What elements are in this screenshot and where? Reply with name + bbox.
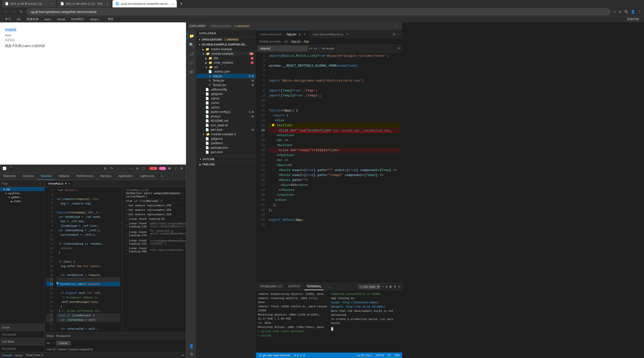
tree-eslintrc[interactable]: 📄 .eslintrc.json [196, 69, 256, 74]
terminal-selector[interactable]: 1: zsh, node [358, 284, 380, 289]
source-control-icon[interactable]: ⎇ [188, 50, 196, 58]
tab-console[interactable]: Console [19, 172, 37, 180]
github-icon[interactable]: ⊙ [619, 10, 622, 14]
close-terminal-button[interactable]: ✕ [398, 285, 400, 288]
more-tabs[interactable]: » [158, 172, 166, 180]
errors-status[interactable]: ✕ 0 ⚠ 0 [294, 354, 305, 357]
console-tab-bottom[interactable]: Console [2, 354, 12, 357]
language-status[interactable]: JSX [395, 354, 400, 357]
output-tab[interactable]: OUTPUT [286, 283, 302, 290]
tab-network[interactable]: Network [55, 172, 73, 180]
tree-garfish[interactable]: garfish-… [0, 195, 44, 199]
inspect-element-button[interactable]: ⬜ [2, 166, 7, 171]
tree-packagejson[interactable]: 📄 package.json [196, 145, 256, 150]
tab-performance[interactable]: Performance [73, 172, 97, 180]
tree-npmrc[interactable]: 📄 .npmrc [196, 96, 256, 101]
tree-node-modules[interactable]: 📁 node_modules ! [196, 60, 256, 65]
tab-profiling-close[interactable]: ✕ [346, 33, 348, 36]
tab-memory[interactable]: Memory [97, 172, 115, 180]
tree-gitignore2[interactable]: 📄 .gitignore [196, 136, 256, 141]
tree-scmbuild[interactable]: 📄 scm_build.sh [196, 123, 256, 127]
terminal-tab[interactable]: TERMINAL [304, 283, 324, 290]
bookmark-learn[interactable]: learn [42, 17, 53, 22]
new-terminal-button[interactable]: + [382, 285, 384, 288]
use-regex-icon[interactable]: .* [318, 47, 320, 50]
tree-proxyjs[interactable]: 📄 proxy.js M [196, 114, 256, 119]
tree-module-example[interactable]: 📁 module-example M [196, 52, 256, 56]
issues-tab-bottom[interactable]: Issues [15, 354, 23, 357]
bookmark-imgdet[interactable]: 图像检测 [24, 17, 40, 22]
more-options-button[interactable]: ⋮ [173, 166, 178, 171]
tree-master-example[interactable]: 📁 master-example [196, 47, 256, 52]
breadcrumb-src[interactable]: src [284, 40, 288, 43]
bookmark-star[interactable]: ☆ [613, 10, 616, 14]
close-console-bottom[interactable]: ✕ [182, 353, 184, 357]
cancel-button[interactable]: Cancel [56, 341, 71, 345]
step-into-button[interactable]: ↓ [116, 166, 120, 171]
breakpoints-button[interactable]: ⬡ [141, 166, 146, 171]
match-case-icon[interactable]: Aa [309, 47, 312, 50]
forward-button[interactable]: → [11, 9, 16, 15]
tab-close-icon[interactable]: ✕ [304, 33, 306, 36]
source-tab-nav[interactable]: » [68, 182, 70, 185]
open-editors-section[interactable]: OPEN EDITORS 1 UNSAVED [196, 37, 256, 42]
search-bar-close[interactable]: ✕ [398, 47, 400, 50]
back-button[interactable]: ← [3, 9, 8, 15]
tree-jupiterconfig[interactable]: 📄 jupiter.config.js 5, M [196, 110, 256, 114]
vscode-search-input[interactable] [258, 46, 308, 51]
split-terminal-button[interactable]: ⊟ [385, 285, 388, 288]
bookmark-study[interactable]: 考研 [106, 17, 116, 22]
tab-lighthouse[interactable]: Lighthouse [136, 172, 158, 180]
new-tab-button[interactable]: + [178, 0, 185, 7]
breadcrumb-module-example[interactable]: module-example [259, 40, 281, 43]
close-devtools-button[interactable]: ✕ [179, 166, 184, 171]
step-button[interactable]: → [128, 166, 133, 171]
step-out-button[interactable]: ↑ [122, 166, 127, 171]
tree-yarnlock1[interactable]: 📄 yarn.lock M [196, 127, 256, 132]
deactivate-breakpoints-button[interactable]: ⊘ [135, 166, 140, 171]
project-section[interactable]: UG-NEW-EXAMPLE-GARFISH-DE… [196, 42, 256, 47]
whatsnew-tab-bottom[interactable]: What's New ✕ [26, 353, 43, 357]
split-editor-icon[interactable]: ⊟ [393, 32, 396, 36]
git-branch-status[interactable]: ⎇ git code react-devtools [258, 354, 290, 357]
more-editor-actions[interactable]: ⋯ [397, 32, 400, 36]
tree-dist[interactable]: 📁 dist ! [196, 56, 256, 60]
module-link[interactable]: module [5, 27, 16, 31]
breadcrumb-app-fn[interactable]: App [304, 40, 309, 43]
match-word-icon[interactable]: ab [314, 47, 317, 50]
tab-sources[interactable]: Sources [37, 172, 55, 180]
bookmark-other[interactable]: 其他书签 [625, 17, 641, 22]
problems-tab[interactable]: PROBLEMS 117 [258, 283, 284, 290]
tree-editorconfig[interactable]: 📄 .editorconfig [196, 87, 256, 92]
profile-icon[interactable]: 👤 [631, 10, 635, 14]
tab-3[interactable]: 🌐 ug.gf-boe.bytedance.net/garfish-demo/m… [112, 0, 177, 8]
kill-terminal-button[interactable]: 🗑 [389, 285, 392, 288]
search-icon[interactable]: 🔍 [188, 41, 196, 49]
vscode-tab-profiling[interactable]: react-dom.profiling.min.js ✕ [309, 30, 352, 39]
reload-button[interactable]: ↻ [19, 9, 24, 15]
outline-header[interactable]: OUTLINE [196, 157, 256, 161]
tree-nvmrc[interactable]: 📄 .nvmrc [196, 101, 256, 105]
tree-tempjsx[interactable]: ⚛ Temp.jsx M [196, 78, 256, 83]
tree-mode[interactable]: mode… [0, 199, 44, 203]
vscode-tab-appjsx[interactable]: module-example/src › App.jsx ● ✕ [256, 30, 309, 39]
bookmark-deep[interactable]: deep-i… [88, 17, 103, 22]
tree-readme[interactable]: 📄 README.md [196, 119, 256, 123]
eol-status[interactable]: LF [388, 354, 391, 357]
tab-1[interactable]: 📄 2021.11.08 周 onCall 汇总 - 飞… ✕ [2, 0, 56, 8]
vscode-more-options[interactable]: ⋮ [394, 24, 398, 28]
line-col-status[interactable]: Ln 16, Col 1 [357, 354, 372, 357]
tree-yarnrc[interactable]: 📄 .yarnrc [196, 105, 256, 110]
tab-elements[interactable]: Elements [0, 172, 19, 180]
tab-2-close[interactable]: ✕ [106, 3, 108, 5]
tab-application[interactable]: Application [115, 172, 136, 180]
menu-button[interactable]: ⋮ [638, 10, 641, 14]
tree-top[interactable]: top [0, 187, 44, 191]
device-toolbar-button[interactable]: 📱 [8, 166, 14, 171]
extension-icon[interactable]: 🔌 [624, 10, 628, 14]
bookmark-learning[interactable]: 学习 [3, 17, 13, 22]
tree-ug[interactable]: ug.gf-boe… [0, 191, 44, 195]
accounts-icon[interactable]: 👤 [188, 342, 196, 350]
source-file-tab[interactable]: reloadApp.js ✕ » [46, 181, 72, 187]
breadcrumb-appjsx[interactable]: App.jsx [291, 40, 301, 43]
